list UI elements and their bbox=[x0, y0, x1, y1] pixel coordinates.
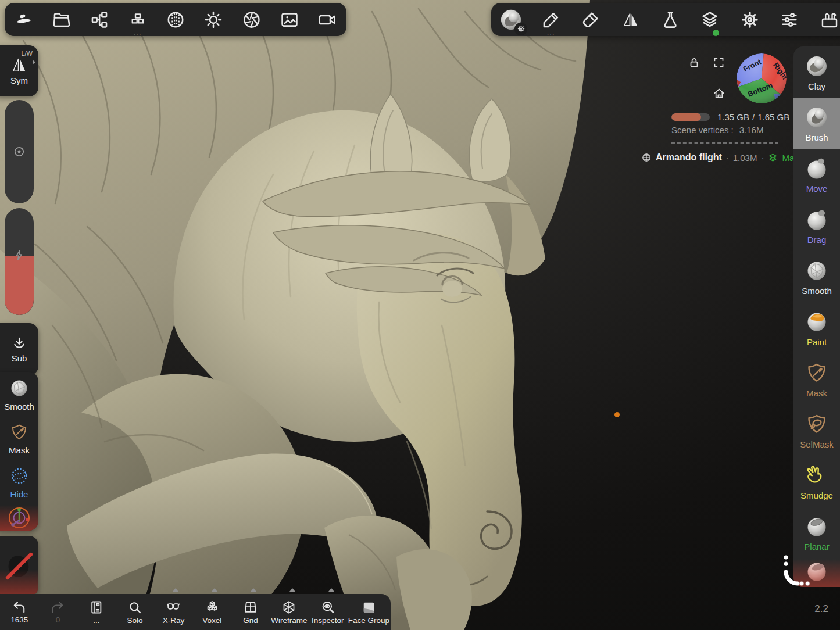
move-tool-icon bbox=[803, 155, 830, 182]
history-notes-button[interactable]: ... bbox=[77, 599, 116, 625]
nomad-logo-icon[interactable] bbox=[12, 8, 36, 32]
stats-divider bbox=[671, 142, 778, 144]
paint-tool-icon bbox=[803, 309, 830, 335]
scene-graph-icon[interactable] bbox=[87, 8, 112, 32]
tool-drag[interactable]: Drag bbox=[793, 200, 840, 251]
solo-button[interactable]: Solo bbox=[116, 600, 154, 625]
toolbox-icon[interactable] bbox=[817, 8, 840, 32]
separator-dot: · bbox=[726, 153, 729, 163]
intensity-slider[interactable] bbox=[5, 208, 34, 315]
stroke-more: ... bbox=[547, 31, 555, 35]
selected-object-vertices: 1.03M bbox=[733, 153, 757, 163]
mesh-sphere-icon bbox=[641, 152, 652, 163]
stroke-pencil-icon[interactable]: ... bbox=[539, 8, 563, 32]
scene-vertices: Scene vertices : 3.16M bbox=[671, 125, 763, 135]
grid-button[interactable]: Grid bbox=[231, 599, 270, 625]
tool-smooth[interactable]: Smooth bbox=[793, 251, 840, 302]
drag-tool-icon bbox=[803, 206, 830, 233]
xray-caret-icon bbox=[173, 588, 178, 592]
scene-vertices-value: 3.16M bbox=[739, 125, 764, 135]
gizmo-icon bbox=[6, 504, 33, 531]
solo-magnifier-icon bbox=[127, 600, 143, 615]
layers-icon[interactable] bbox=[698, 8, 722, 32]
bottom-toolbar: 1635 0 ... Solo bbox=[0, 594, 391, 630]
quick-hide[interactable]: Hide bbox=[8, 460, 31, 504]
intensity-slider-fill bbox=[5, 256, 34, 315]
quick-gizmo[interactable] bbox=[6, 504, 33, 531]
symmetry-button[interactable]: Sym L/W bbox=[0, 45, 38, 96]
undo-icon bbox=[11, 600, 27, 615]
brush-cursor-dot bbox=[614, 412, 620, 417]
voxel-caret-icon bbox=[212, 588, 217, 592]
voxel-button[interactable]: Voxel bbox=[193, 599, 231, 625]
radius-slider[interactable] bbox=[5, 100, 34, 203]
tool-selmask[interactable]: SelMask bbox=[793, 405, 840, 456]
camera-lock-button[interactable] bbox=[688, 56, 700, 70]
tool-mask[interactable]: Mask bbox=[793, 353, 840, 405]
quick-mask[interactable]: Mask bbox=[8, 416, 30, 460]
inspector-caret-icon bbox=[328, 588, 334, 592]
memory-bar-fill bbox=[671, 113, 701, 121]
symmetry-mirror-icon[interactable] bbox=[619, 8, 643, 32]
tool-brush[interactable]: Brush bbox=[793, 98, 840, 149]
symmetry-icon bbox=[10, 57, 28, 73]
separator-dot: · bbox=[761, 153, 764, 163]
smooth-tool-icon bbox=[803, 257, 830, 284]
inspector-button[interactable]: Inspector bbox=[309, 599, 347, 625]
topology-icon[interactable]: ... bbox=[126, 8, 150, 32]
painting-brush-icon[interactable] bbox=[578, 8, 603, 32]
xray-button[interactable]: X-Ray bbox=[154, 600, 192, 625]
scene-vertices-label: Scene vertices : bbox=[671, 125, 734, 135]
tool-planar[interactable]: Planar bbox=[793, 507, 840, 558]
wireframe-button[interactable]: Wireframe bbox=[270, 599, 308, 625]
selmask-tool-icon bbox=[803, 411, 830, 438]
wireframe-icon bbox=[281, 599, 297, 615]
fullscreen-button[interactable] bbox=[713, 56, 725, 69]
home-view-button[interactable] bbox=[713, 87, 725, 100]
grid-caret-icon bbox=[251, 588, 256, 592]
postprocess-aperture-icon[interactable] bbox=[240, 8, 264, 32]
tool-smudge[interactable]: Smudge bbox=[793, 456, 840, 507]
navigation-cube[interactable]: Front Right Bottom bbox=[735, 52, 788, 105]
memory-usage: 1.35 GB / 1.65 GB bbox=[671, 112, 789, 122]
memory-total: 1.65 GB bbox=[757, 112, 789, 122]
smudge-tool-icon bbox=[803, 462, 830, 489]
material-gear-badge-icon bbox=[514, 23, 527, 35]
tool-clay[interactable]: Clay bbox=[793, 46, 840, 98]
quick-actions-panel: Smooth Mask Hide bbox=[0, 372, 38, 531]
top-right-toolbar: ... bbox=[491, 3, 840, 36]
inspector-eye-icon bbox=[320, 599, 336, 615]
material-icon[interactable] bbox=[163, 8, 188, 32]
face-group-button[interactable]: Face Group bbox=[347, 600, 391, 625]
intensity-lightning-icon bbox=[12, 248, 26, 262]
redo-button[interactable]: 0 bbox=[38, 600, 77, 624]
wireframe-caret-icon bbox=[289, 588, 295, 592]
redo-icon bbox=[49, 600, 66, 615]
experimental-flask-icon[interactable] bbox=[658, 8, 682, 32]
tool-paint[interactable]: Paint bbox=[793, 302, 840, 353]
top-left-toolbar: ... bbox=[5, 3, 346, 36]
active-material-sphere-icon[interactable] bbox=[499, 8, 523, 32]
quick-smooth[interactable]: Smooth bbox=[4, 372, 34, 416]
camera-video-icon[interactable] bbox=[315, 8, 339, 32]
tool-move[interactable]: Move bbox=[793, 149, 840, 200]
undo-button[interactable]: 1635 bbox=[0, 600, 38, 624]
smooth-icon bbox=[8, 377, 31, 400]
planar-tool-icon bbox=[803, 513, 830, 540]
panel-resize-handle[interactable] bbox=[777, 553, 818, 593]
sym-expand-caret-icon bbox=[33, 60, 35, 65]
hide-dotted-sphere-icon bbox=[8, 464, 31, 488]
files-folder-icon[interactable] bbox=[49, 8, 74, 32]
grid-icon bbox=[242, 599, 259, 615]
alpha-disabled-button[interactable] bbox=[0, 536, 38, 596]
settings-gear-icon[interactable] bbox=[738, 8, 762, 32]
background-image-icon[interactable] bbox=[277, 8, 302, 32]
ui-sliders-icon[interactable] bbox=[777, 8, 802, 32]
sym-mode-label: L/W bbox=[21, 50, 33, 57]
sub-button[interactable]: Sub bbox=[0, 323, 38, 375]
layer-badge-icon bbox=[768, 153, 778, 163]
lighting-sun-icon[interactable] bbox=[201, 8, 226, 32]
selected-object-row[interactable]: Armando flight · 1.03M · Mane bbox=[641, 152, 804, 163]
topology-more: ... bbox=[134, 31, 142, 35]
tool-palette: Clay Brush Move Drag bbox=[793, 46, 840, 587]
